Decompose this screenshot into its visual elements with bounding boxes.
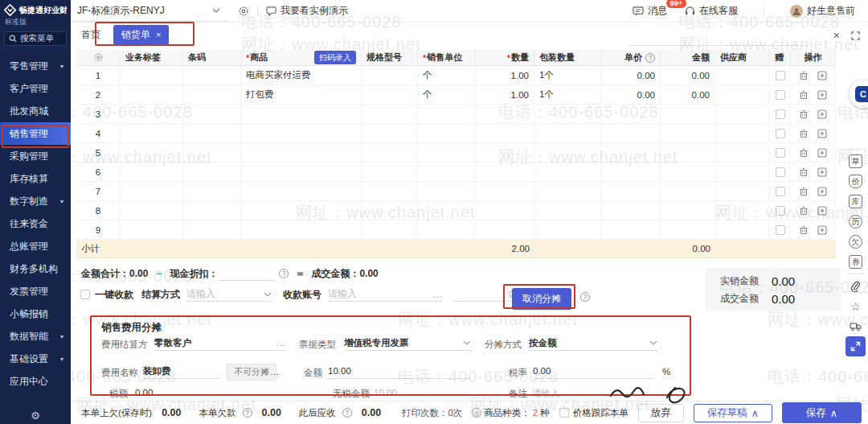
row-8-qty-cell[interactable] [476, 201, 534, 220]
row-2-amount-cell[interactable]: 0.00 [661, 85, 715, 105]
row-5-gift-checkbox[interactable] [776, 148, 785, 158]
row-2-tag-cell[interactable] [121, 85, 183, 105]
col-header-price[interactable]: 单价? [601, 50, 661, 66]
row-6-product-cell[interactable] [241, 163, 362, 182]
fee-payer-field[interactable]: 零散客户 … [154, 335, 285, 351]
row-9-unit-cell[interactable] [418, 220, 476, 240]
fullscreen-icon[interactable] [851, 31, 860, 40]
save-draft-button[interactable]: 保存草稿∧ [694, 404, 772, 422]
row-8-tag-cell[interactable] [121, 201, 183, 220]
save-button[interactable]: 保存∧ [782, 402, 862, 423]
delete-row-icon[interactable] [799, 109, 809, 119]
insert-row-icon[interactable] [817, 109, 827, 119]
row-6-spec-cell[interactable] [362, 163, 418, 182]
row-1-supplier-cell[interactable] [715, 66, 770, 85]
delete-row-icon[interactable] [799, 148, 809, 158]
row-8-price-cell[interactable] [601, 201, 661, 220]
row-3-supplier-cell[interactable] [715, 105, 770, 124]
settle-method-select[interactable]: 请输入 [186, 287, 272, 302]
insert-row-icon[interactable] [817, 206, 827, 216]
picker-ellipsis-icon[interactable]: … [270, 367, 280, 377]
sidebar-item-12[interactable]: 小畅报销 [0, 303, 71, 325]
row-1-pack-cell[interactable]: 1个 [534, 66, 601, 85]
row-2-qty-cell[interactable]: 1.00 [476, 85, 534, 105]
insert-row-icon[interactable] [817, 225, 827, 235]
delete-row-icon[interactable] [799, 71, 809, 80]
row-7-barcode-cell[interactable] [183, 182, 241, 201]
sidebar-item-14[interactable]: 基础设置▾ [0, 348, 71, 370]
column-settings-gear-icon[interactable] [76, 50, 121, 66]
col-header-pack-qty[interactable]: 包装数量 [534, 50, 601, 66]
price-track-checkbox[interactable] [559, 408, 569, 418]
sidebar-item-8[interactable]: 往来资金 [0, 212, 71, 235]
row-9-gift-checkbox[interactable] [776, 225, 785, 235]
history-icon[interactable]: 历 [845, 212, 866, 232]
row-6-tag-cell[interactable] [121, 163, 183, 182]
row-6-barcode-cell[interactable] [183, 163, 241, 182]
row-1-qty-cell[interactable]: 1.00 [476, 66, 534, 85]
row-8-pack-cell[interactable] [534, 201, 601, 220]
delete-row-icon[interactable] [799, 206, 809, 216]
receipt-account-input[interactable]: 请输入 … [328, 287, 442, 302]
bill-type-select[interactable]: 增值税专用发票 [344, 335, 471, 351]
row-3-price-cell[interactable] [601, 105, 661, 124]
company-selector[interactable]: JF-标准演示-RENYJ [71, 0, 228, 22]
share-mode-select[interactable]: 按金额 [529, 335, 657, 351]
row-5-amount-cell[interactable] [661, 143, 715, 163]
row-8-barcode-cell[interactable] [183, 201, 241, 220]
insert-row-icon[interactable] [817, 71, 827, 80]
settings-gear-icon[interactable] [238, 6, 249, 17]
row-3-spec-cell[interactable] [362, 105, 418, 124]
delete-row-icon[interactable] [799, 90, 809, 100]
row-7-spec-cell[interactable] [362, 182, 418, 201]
user-menu[interactable]: 好生意售前 [790, 4, 855, 18]
fee-name-field[interactable]: 装卸费 [143, 364, 220, 379]
row-5-barcode-cell[interactable] [183, 143, 241, 163]
row-7-qty-cell[interactable] [476, 182, 534, 201]
row-2-pack-cell[interactable]: 1个 [534, 85, 601, 105]
row-1-product-cell[interactable]: 电商买家付运费 [241, 66, 362, 85]
row-5-supplier-cell[interactable] [715, 143, 770, 163]
row-3-amount-cell[interactable] [661, 105, 715, 124]
row-7-supplier-cell[interactable] [715, 182, 770, 201]
insert-row-icon[interactable] [817, 187, 827, 196]
col-header-spec[interactable]: 规格型号 [362, 50, 418, 66]
sidebar-item-4[interactable]: 销售管理 [0, 122, 71, 145]
row-2-barcode-cell[interactable] [183, 85, 241, 105]
insert-row-icon[interactable] [817, 167, 827, 177]
row-4-spec-cell[interactable] [362, 124, 418, 143]
cash-discount-input[interactable] [218, 266, 276, 281]
row-3-tag-cell[interactable] [121, 105, 183, 124]
row-9-qty-cell[interactable] [476, 220, 534, 240]
row-4-tag-cell[interactable] [121, 124, 183, 143]
insert-row-icon[interactable] [817, 129, 827, 138]
row-9-price-cell[interactable] [601, 220, 661, 240]
row-8-spec-cell[interactable] [362, 201, 418, 220]
row-8-gift-checkbox[interactable] [776, 206, 785, 216]
row-6-qty-cell[interactable] [476, 163, 534, 182]
sidebar-item-2[interactable]: 客户管理 [0, 77, 71, 100]
support-button[interactable]: 在线客服 [685, 4, 738, 18]
col-header-gift[interactable]: 赠 [770, 50, 791, 66]
row-3-product-cell[interactable] [241, 105, 362, 124]
row-5-qty-cell[interactable] [476, 143, 534, 163]
row-9-tag-cell[interactable] [121, 220, 183, 240]
row-4-product-cell[interactable] [241, 124, 362, 143]
demo-link[interactable]: 我要看实例演示 [266, 4, 348, 18]
price-icon[interactable]: 价 [845, 171, 866, 191]
logistics-icon[interactable] [845, 316, 866, 336]
sidebar-item-5[interactable]: 采购管理 [0, 145, 71, 167]
row-1-price-cell[interactable]: 0.00 [601, 66, 661, 85]
row-5-price-cell[interactable] [601, 143, 661, 163]
row-6-supplier-cell[interactable] [715, 163, 770, 182]
cash-discount-help-icon[interactable]: ? [279, 269, 289, 278]
sidebar-item-9[interactable]: 总账管理 [0, 235, 71, 257]
row-2-gift-checkbox[interactable] [776, 90, 785, 100]
row-5-unit-cell[interactable] [418, 143, 476, 163]
insert-row-icon[interactable] [817, 148, 827, 158]
debt-icon[interactable]: 欠 [845, 232, 866, 252]
sidebar-item-11[interactable]: 发票管理 [0, 280, 71, 303]
abandon-button[interactable]: 放弃 [638, 404, 684, 422]
row-8-product-cell[interactable] [241, 201, 362, 220]
col-header-barcode[interactable]: 条码 [183, 50, 241, 66]
